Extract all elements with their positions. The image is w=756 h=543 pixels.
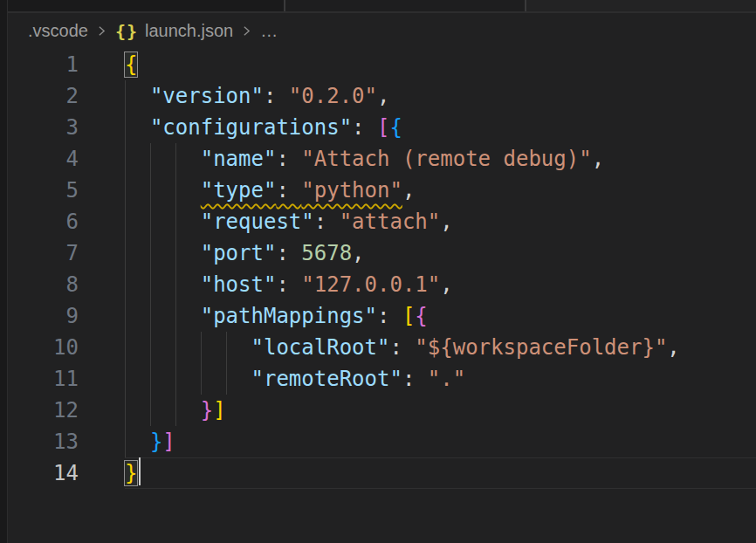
- code-line[interactable]: {: [125, 49, 756, 80]
- indent-guide: [175, 300, 176, 332]
- editor-left-edge: [0, 0, 8, 543]
- code-row: 5 "type": "python",: [9, 175, 756, 206]
- syntax-token: [125, 147, 201, 171]
- syntax-token: [125, 241, 201, 265]
- indent-guide: [201, 363, 202, 395]
- code-row: 9 "pathMappings": [{: [9, 300, 756, 332]
- syntax-token: }: [150, 430, 162, 454]
- breadcrumb: .vscode {} launch.json …: [9, 13, 756, 49]
- code-line[interactable]: "host": "127.0.0.1",: [125, 269, 756, 300]
- indent-guide: [125, 426, 126, 457]
- indent-guide: [150, 237, 151, 269]
- syntax-token: "type": [201, 178, 277, 203]
- syntax-token: "pathMappings": [201, 304, 377, 328]
- tab-remnant[interactable]: [284, 0, 525, 11]
- syntax-token: [125, 430, 150, 454]
- indent-guide: [175, 175, 176, 206]
- line-number[interactable]: 3: [9, 112, 79, 143]
- syntax-token: :: [276, 272, 301, 297]
- code-line[interactable]: "localRoot": "${workspaceFolder}",: [125, 332, 756, 363]
- code-row: 8 "host": "127.0.0.1",: [9, 269, 756, 300]
- syntax-token: ,: [592, 147, 604, 171]
- syntax-token: "attach": [340, 210, 441, 234]
- code-line[interactable]: "name": "Attach (remote debug)",: [125, 143, 756, 175]
- indent-guide: [150, 395, 151, 426]
- indent-guide: [150, 269, 151, 300]
- line-number[interactable]: 13: [9, 426, 79, 457]
- line-number[interactable]: 10: [9, 332, 79, 363]
- line-number[interactable]: 14: [9, 457, 79, 489]
- indent-guide: [125, 269, 126, 300]
- line-number[interactable]: 2: [9, 80, 79, 112]
- breadcrumb-file[interactable]: launch.json: [145, 21, 233, 41]
- code-line[interactable]: }]: [125, 395, 756, 426]
- syntax-token: "127.0.0.1": [301, 272, 440, 297]
- indent-guide: [125, 363, 126, 395]
- code-line[interactable]: "remoteRoot": ".": [125, 363, 756, 395]
- indent-guide: [125, 112, 126, 143]
- syntax-token: :: [264, 84, 289, 108]
- indent-guide: [125, 300, 126, 332]
- breadcrumb-folder[interactable]: .vscode: [28, 21, 88, 41]
- syntax-token: "configurations": [150, 115, 352, 140]
- line-number[interactable]: 9: [9, 300, 79, 332]
- line-number[interactable]: 7: [9, 237, 79, 269]
- breadcrumb-symbol-ellipsis[interactable]: …: [260, 21, 278, 41]
- line-number[interactable]: 8: [9, 269, 79, 300]
- syntax-token: "request": [201, 210, 314, 234]
- syntax-token: "version": [150, 84, 264, 108]
- tab-remnant[interactable]: [525, 0, 756, 11]
- code-row: 7 "port": 5678,: [9, 237, 756, 269]
- syntax-token: ,: [402, 178, 415, 203]
- indent-guide: [226, 332, 227, 363]
- syntax-token: "0.2.0": [289, 84, 377, 108]
- indent-guide: [175, 332, 176, 363]
- tab-bar: [0, 0, 756, 13]
- syntax-token: 5678: [301, 241, 352, 265]
- indent-guide: [150, 143, 151, 175]
- syntax-token: ".": [428, 367, 465, 391]
- code-line[interactable]: "version": "0.2.0",: [125, 80, 756, 112]
- syntax-token: "remoteRoot": [251, 367, 402, 391]
- syntax-token: :: [377, 304, 402, 328]
- code-line[interactable]: }]: [125, 426, 756, 457]
- chevron-right-icon: [239, 24, 254, 38]
- syntax-token: [125, 335, 251, 360]
- syntax-token: "python": [301, 178, 402, 203]
- line-number[interactable]: 11: [9, 363, 79, 395]
- line-number[interactable]: 12: [9, 395, 79, 426]
- syntax-token: :: [352, 115, 377, 140]
- code-row: 12 }]: [9, 395, 756, 426]
- syntax-token: "Attach (remote debug)": [301, 147, 591, 171]
- syntax-token: :: [276, 241, 301, 265]
- line-number[interactable]: 6: [9, 206, 79, 237]
- indent-guide: [150, 206, 151, 237]
- syntax-token: :: [314, 210, 340, 234]
- syntax-token: :: [389, 335, 415, 360]
- code-line[interactable]: "request": "attach",: [125, 206, 756, 237]
- syntax-token: ,: [352, 241, 364, 265]
- indent-guide: [125, 175, 126, 206]
- code-line[interactable]: }: [125, 457, 756, 489]
- editor-code-area[interactable]: 1{2 "version": "0.2.0",3 "configurations…: [9, 49, 756, 543]
- syntax-token: [125, 210, 201, 234]
- tab-remnant[interactable]: [0, 0, 284, 11]
- indent-guide: [175, 363, 176, 395]
- syntax-token: }: [201, 398, 213, 423]
- syntax-token: [: [402, 304, 415, 328]
- code-row: 10 "localRoot": "${workspaceFolder}",: [9, 332, 756, 363]
- syntax-token: ,: [667, 335, 679, 360]
- code-line[interactable]: "configurations": [{: [125, 112, 756, 143]
- indent-guide: [125, 80, 126, 112]
- line-number[interactable]: 5: [9, 175, 79, 206]
- code-line[interactable]: "port": 5678,: [125, 237, 756, 269]
- code-line[interactable]: "type": "python",: [125, 175, 756, 206]
- line-number[interactable]: 1: [9, 49, 79, 80]
- line-number[interactable]: 4: [9, 143, 79, 175]
- indent-guide: [201, 332, 202, 363]
- code-row: 1{: [9, 49, 756, 80]
- syntax-token: :: [276, 178, 301, 203]
- syntax-token: [125, 367, 251, 391]
- syntax-token: [: [377, 115, 389, 140]
- code-line[interactable]: "pathMappings": [{: [125, 300, 756, 332]
